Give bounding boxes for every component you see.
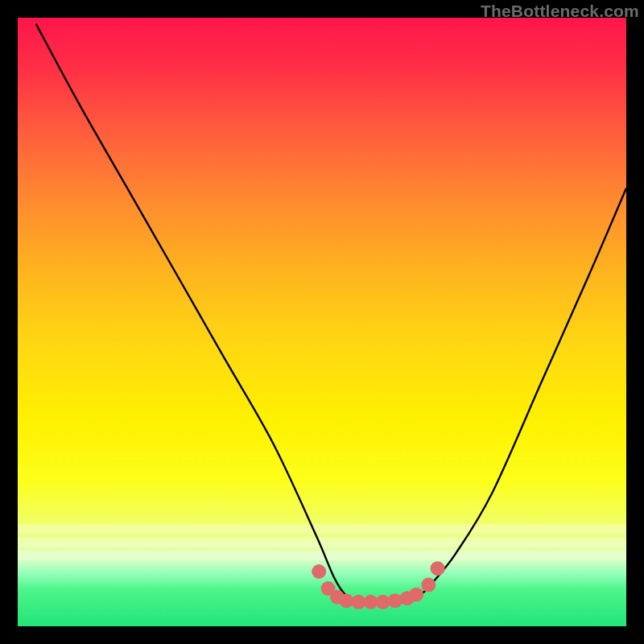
chart-marker [312,564,326,579]
chart-marker [339,593,353,608]
chart-curve-path [36,24,626,603]
watermark-label: TheBottleneck.com [481,2,639,21]
chart-marker [388,593,402,608]
chart-marker [409,588,423,602]
chart-markers-group [312,561,444,609]
chart-frame [18,18,626,626]
chart-marker [431,561,445,576]
chart-marker [421,578,436,592]
chart-curve-svg [18,18,626,626]
